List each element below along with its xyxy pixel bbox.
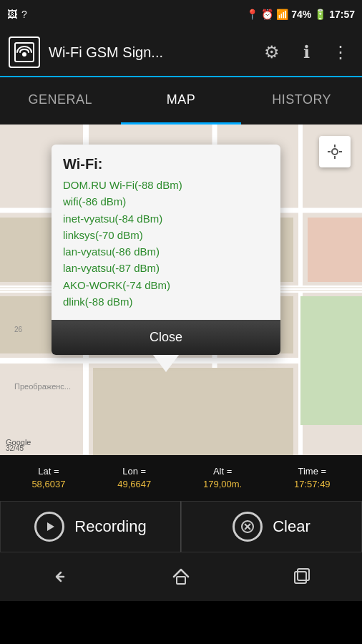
action-bar: Recording Clear bbox=[0, 501, 362, 552]
svg-point-1 bbox=[22, 52, 26, 57]
signal-icon: 📶 bbox=[276, 9, 288, 20]
lat-label: Lat = bbox=[38, 465, 59, 478]
tab-history[interactable]: History bbox=[241, 77, 362, 125]
alarm-icon: ⏰ bbox=[261, 9, 273, 20]
recording-label: Recording bbox=[74, 517, 146, 536]
play-icon bbox=[34, 512, 64, 542]
location-icon: 📍 bbox=[246, 9, 258, 20]
time-info: Time = 17:57:49 bbox=[294, 465, 331, 491]
lon-label: Lon = bbox=[122, 465, 146, 478]
location-button[interactable] bbox=[319, 136, 351, 167]
network-3: linksys(-70 dBm) bbox=[63, 227, 269, 243]
lon-value: 49,6647 bbox=[117, 478, 151, 491]
app-icon bbox=[9, 36, 40, 68]
recording-button[interactable]: Recording bbox=[0, 501, 181, 552]
settings-icon[interactable]: ⚙ bbox=[259, 39, 285, 65]
close-circle-icon bbox=[233, 512, 263, 542]
time-label: Time = bbox=[298, 465, 326, 478]
status-left-icons: 🖼 ? bbox=[7, 9, 27, 20]
tab-general[interactable]: General bbox=[0, 77, 121, 125]
photo-icon: 🖼 bbox=[7, 9, 17, 20]
svg-rect-34 bbox=[295, 572, 306, 583]
clear-label: Clear bbox=[273, 517, 310, 536]
back-button[interactable] bbox=[39, 555, 82, 598]
svg-rect-17 bbox=[300, 296, 362, 425]
app-header: Wi-Fi GSM Sign... ⚙ ℹ ⋮ bbox=[0, 29, 362, 77]
network-1: wifi(-86 dBm) bbox=[63, 193, 269, 210]
svg-marker-29 bbox=[47, 522, 54, 531]
map-tile-counter: 32/45 bbox=[6, 444, 24, 452]
network-4: lan-vyatsu(-86 dBm) bbox=[63, 243, 269, 260]
network-0: DOM.RU Wi-Fi(-88 dBm) bbox=[63, 177, 269, 193]
svg-point-24 bbox=[332, 149, 338, 155]
network-2: inet-vyatsu(-84 dBm) bbox=[63, 210, 269, 227]
tab-map[interactable]: Map bbox=[121, 77, 242, 125]
svg-text:26: 26 bbox=[14, 326, 23, 333]
info-icon[interactable]: ℹ bbox=[293, 39, 319, 65]
lon-info: Lon = 49,6647 bbox=[117, 465, 151, 491]
battery-label: 74% bbox=[291, 9, 311, 20]
alt-label: Alt = bbox=[213, 465, 232, 478]
time-value: 17:57:49 bbox=[294, 478, 331, 491]
svg-rect-33 bbox=[177, 577, 185, 584]
more-icon[interactable]: ⋮ bbox=[328, 39, 353, 65]
status-right-icons: 📍 ⏰ 📶 74% 🔋 17:57 bbox=[246, 9, 355, 20]
question-icon: ? bbox=[21, 9, 27, 20]
tab-bar: General Map History bbox=[0, 77, 362, 125]
alt-value: 179,00m. bbox=[203, 478, 242, 491]
network-7: dlink(-88 dBm) bbox=[63, 293, 269, 310]
network-5: lan-vyatsu(-87 dBm) bbox=[63, 260, 269, 276]
info-bar: Lat = 58,6037 Lon = 49,6647 Alt = 179,00… bbox=[0, 455, 362, 501]
status-bar: 🖼 ? 📍 ⏰ 📶 74% 🔋 17:57 bbox=[0, 0, 362, 29]
recents-button[interactable] bbox=[280, 555, 323, 598]
network-6: AKO-WORK(-74 dBm) bbox=[63, 277, 269, 293]
svg-rect-19 bbox=[308, 218, 362, 282]
map-area[interactable]: Преображенс... 26 Wi-Fi: DOM.RU Wi-Fi(-8… bbox=[0, 125, 362, 455]
svg-text:Преображенс...: Преображенс... bbox=[14, 382, 71, 391]
time-display: 17:57 bbox=[329, 9, 355, 20]
close-button[interactable]: Close bbox=[52, 320, 280, 355]
app-title: Wi-Fi GSM Sign... bbox=[49, 44, 250, 61]
svg-rect-35 bbox=[298, 569, 309, 580]
bottom-nav bbox=[0, 552, 362, 601]
battery-icon: 🔋 bbox=[314, 9, 326, 20]
clear-button[interactable]: Clear bbox=[181, 501, 362, 552]
svg-rect-18 bbox=[93, 368, 293, 455]
lat-value: 58,6037 bbox=[31, 478, 65, 491]
home-button[interactable] bbox=[160, 555, 202, 598]
wifi-popup: Wi-Fi: DOM.RU Wi-Fi(-88 dBm) wifi(-86 dB… bbox=[52, 145, 280, 355]
popup-title: Wi-Fi: bbox=[63, 156, 269, 172]
alt-info: Alt = 179,00m. bbox=[203, 465, 242, 491]
lat-info: Lat = 58,6037 bbox=[31, 465, 65, 491]
